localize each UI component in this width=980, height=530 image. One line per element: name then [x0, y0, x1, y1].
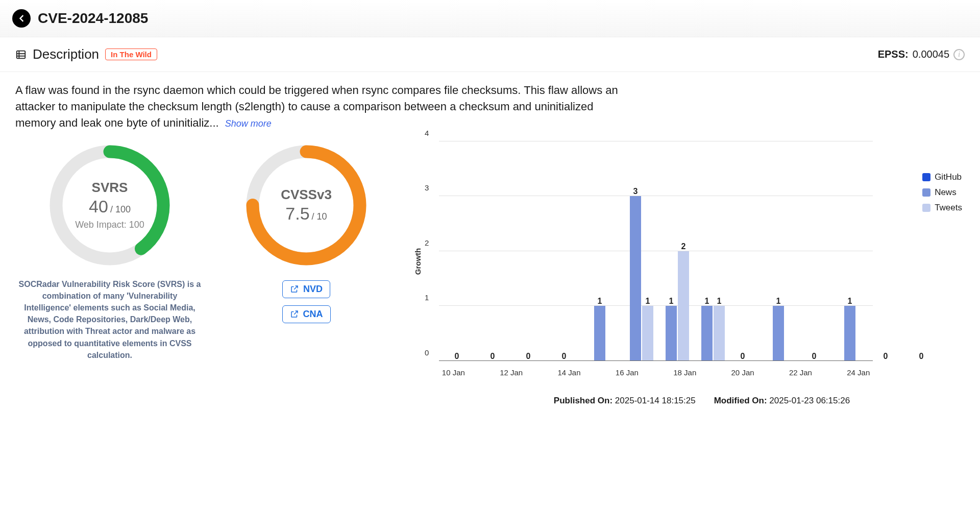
chart-bar [773, 306, 784, 361]
bar-value-label: 0 [562, 352, 567, 361]
epss-label: EPSS: [878, 49, 909, 60]
bar-value-label: 0 [812, 352, 817, 361]
x-tick [757, 363, 786, 381]
svrs-gauge: SVRS 40 / 100 Web Impact: 100 [46, 141, 174, 269]
cvss-value: 7.5 [285, 204, 309, 224]
legend-label: Tweets [935, 203, 962, 213]
external-link-icon [290, 284, 299, 294]
nvd-link-label: NVD [303, 284, 323, 295]
cvss-gauge: CVSSv3 7.5 / 10 [242, 141, 370, 269]
x-tick [468, 363, 497, 381]
cvss-label: CVSSv3 [281, 187, 332, 203]
chart-date-group: 0 [546, 141, 582, 361]
bar-value-label: 1 [705, 297, 709, 306]
chart-bar [642, 306, 653, 361]
svg-rect-0 [17, 51, 26, 58]
legend-item[interactable]: Tweets [922, 203, 962, 213]
legend-label: News [935, 187, 957, 198]
chart-bar [678, 251, 689, 361]
x-tick: 18 Jan [670, 363, 699, 381]
legend-swatch [922, 188, 930, 197]
y-tick: 1 [425, 293, 429, 302]
x-tick [583, 363, 612, 381]
cna-link-label: CNA [303, 309, 323, 320]
x-tick [815, 363, 844, 381]
svrs-max: / 100 [110, 204, 131, 215]
bar-value-label: 0 [455, 352, 459, 361]
x-tick: 22 Jan [786, 363, 815, 381]
bar-value-label: 3 [633, 187, 638, 196]
legend-swatch [922, 204, 930, 212]
y-tick: 3 [425, 183, 429, 192]
modified-value: 2025-01-23 06:15:26 [769, 396, 850, 405]
legend-label: GitHub [935, 172, 962, 182]
section-title: Description [33, 46, 99, 62]
cna-link-button[interactable]: CNA [282, 305, 331, 323]
chart-date-group: 0 [510, 141, 546, 361]
chart-date-group: 0 [796, 141, 832, 361]
chart-bar [714, 306, 725, 361]
x-tick: 12 Jan [497, 363, 526, 381]
page-header: CVE-2024-12085 [0, 0, 980, 37]
chart-date-group: 11 [689, 141, 725, 361]
svrs-panel: SVRS 40 / 100 Web Impact: 100 SOCRadar V… [15, 141, 204, 406]
x-tick [642, 363, 671, 381]
bar-value-label: 1 [669, 297, 674, 306]
published-label: Published On: [554, 396, 612, 405]
legend-swatch [922, 173, 930, 181]
chart-bar [701, 306, 713, 361]
list-icon [15, 49, 27, 60]
chart-date-group: 1 [832, 141, 868, 361]
description-section-header: Description In The Wild EPSS: 0.00045 i [0, 37, 980, 72]
chart-footer-dates: Published On: 2025-01-14 18:15:25 Modifi… [408, 396, 965, 406]
chart-date-group: 31 [618, 141, 653, 361]
chart-date-group: 0 [439, 141, 475, 361]
epss-score: EPSS: 0.00045 i [878, 49, 965, 60]
bar-value-label: 0 [884, 352, 888, 361]
bar-value-label: 1 [717, 297, 722, 306]
chart-date-group: 0 [475, 141, 510, 361]
published-value: 2025-01-14 18:15:25 [615, 396, 696, 405]
bar-value-label: 1 [598, 297, 602, 306]
bar-value-label: 1 [646, 297, 650, 306]
show-more-link[interactable]: Show more [225, 118, 272, 129]
chart-bar [594, 306, 605, 361]
x-tick [526, 363, 555, 381]
bar-value-label: 0 [491, 352, 495, 361]
epss-value: 0.00045 [913, 49, 949, 60]
growth-chart: Growth 01234 00001311211010100 10 Jan12 … [408, 141, 965, 406]
bar-value-label: 0 [741, 352, 745, 361]
legend-item[interactable]: GitHub [922, 172, 962, 182]
chart-date-group: 1 [582, 141, 618, 361]
description-body: A flaw was found in the rsync daemon whi… [15, 84, 618, 129]
cve-id-title: CVE-2024-12085 [38, 10, 148, 27]
svrs-value: 40 [89, 197, 108, 216]
bar-value-label: 1 [848, 297, 852, 306]
chart-date-group: 0 [868, 141, 903, 361]
x-tick: 10 Jan [439, 363, 468, 381]
chart-bar [844, 306, 855, 361]
chart-date-group: 12 [653, 141, 689, 361]
back-button[interactable] [12, 9, 31, 28]
bar-value-label: 1 [776, 297, 781, 306]
legend-item[interactable]: News [922, 187, 962, 198]
chart-bar [630, 196, 641, 361]
x-tick: 20 Jan [728, 363, 757, 381]
x-tick [699, 363, 728, 381]
chart-date-group: 1 [761, 141, 796, 361]
y-tick: 2 [425, 238, 429, 247]
arrow-left-icon [16, 13, 27, 23]
bar-value-label: 0 [919, 352, 924, 361]
cvss-max: / 10 [312, 211, 327, 222]
x-tick: 16 Jan [612, 363, 642, 381]
info-icon[interactable]: i [953, 49, 965, 60]
external-link-icon [290, 309, 299, 319]
x-tick: 24 Jan [844, 363, 873, 381]
svrs-explanation: SOCRadar Vulnerability Risk Score (SVRS)… [15, 278, 204, 361]
cvss-panel: CVSSv3 7.5 / 10 NVD CNA [235, 141, 378, 406]
bar-value-label: 2 [681, 242, 686, 251]
chart-date-group: 0 [725, 141, 761, 361]
nvd-link-button[interactable]: NVD [282, 280, 330, 298]
svrs-label: SVRS [92, 180, 128, 196]
svrs-web-impact: Web Impact: 100 [75, 220, 144, 230]
